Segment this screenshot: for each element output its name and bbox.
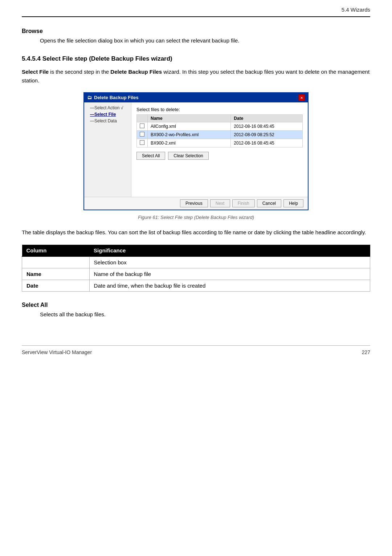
figure-caption: Figure 61: Select File step (Delete Back… [22, 215, 370, 220]
col-table-col-1 [22, 256, 90, 268]
finish-button[interactable]: Finish [232, 199, 255, 207]
col-table-row: Selection box [22, 256, 370, 268]
clear-selection-button[interactable]: Clear Selection [168, 152, 208, 160]
section-intro: Select File is the second step in the De… [22, 68, 370, 85]
files-table: Name Date AllConfig.xml 2012-08-16 08:45… [136, 114, 303, 147]
file-checkbox-3[interactable] [140, 140, 144, 145]
table-row: BX900-2-wo-Profiles.xml 2012-08-09 08:25… [137, 130, 303, 139]
delete-backup-dialog: 🗂 Delete Backup Files × —Select Action √… [83, 92, 309, 210]
dialog-main: Select files to delete: Name Date [131, 102, 308, 197]
dialog-sidebar: —Select Action √ —Select File —Select Da… [84, 102, 131, 197]
row-checkbox[interactable] [137, 139, 148, 147]
footer-left: ServerView Virtual-IO Manager [22, 349, 92, 355]
file-date-1: 2012-08-16 08:45:45 [231, 122, 303, 130]
dialog-footer: Previous Next Finish Cancel Help [84, 197, 308, 210]
previous-button[interactable]: Previous [180, 199, 208, 207]
file-date-2: 2012-08-09 08:25:52 [231, 130, 303, 139]
dialog-body: —Select Action √ —Select File —Select Da… [84, 102, 308, 197]
col-table-sig-2: Name of the backup file [89, 268, 370, 280]
col-table-col-2: Name [22, 268, 90, 280]
browse-title: Browse [22, 28, 370, 35]
table-row: AllConfig.xml 2012-08-16 08:45:45 [137, 122, 303, 130]
dialog-title-left: 🗂 Delete Backup Files [87, 95, 139, 100]
col-header-checkbox [137, 114, 148, 122]
col-table-row: Date Date and time, when the backup file… [22, 280, 370, 291]
next-button[interactable]: Next [210, 199, 230, 207]
file-name-3: BX900-2.xml [148, 139, 231, 147]
sidebar-item-select-file[interactable]: —Select File [86, 112, 129, 117]
browse-desc: Opens the file selection dialog box in w… [22, 37, 370, 45]
file-checkbox-1[interactable] [140, 123, 144, 128]
content-area: Browse Opens the file selection dialog b… [0, 17, 392, 337]
select-all-title: Select All [22, 302, 370, 308]
col-table-row: Name Name of the backup file [22, 268, 370, 280]
browse-section: Browse Opens the file selection dialog b… [22, 28, 370, 45]
file-name-2: BX900-2-wo-Profiles.xml [148, 130, 231, 139]
action-row: Select All Clear Selection [136, 152, 303, 160]
col-table-header-significance: Significance [89, 245, 370, 256]
col-table-header-column: Column [22, 245, 90, 256]
help-button[interactable]: Help [283, 199, 303, 207]
col-table-col-3: Date [22, 280, 90, 291]
column-table: Column Significance Selection box Name N… [22, 245, 370, 292]
select-all-button[interactable]: Select All [136, 152, 165, 160]
section-number: 5.4 Wizards [342, 7, 370, 13]
cancel-button[interactable]: Cancel [257, 199, 281, 207]
col-header-date[interactable]: Date [231, 114, 303, 122]
row-checkbox[interactable] [137, 122, 148, 130]
file-date-3: 2012-08-16 08:45:45 [231, 139, 303, 147]
files-label: Select files to delete: [136, 107, 303, 112]
dialog-titlebar: 🗂 Delete Backup Files × [84, 93, 308, 102]
page-footer: ServerView Virtual-IO Manager 227 [0, 346, 392, 359]
file-name-1: AllConfig.xml [148, 122, 231, 130]
sidebar-item-select-action: —Select Action √ [86, 105, 129, 110]
footer-page-number: 227 [362, 349, 370, 355]
dialog-icon: 🗂 [87, 95, 92, 100]
dialog-close-button[interactable]: × [298, 94, 305, 101]
table-row: BX900-2.xml 2012-08-16 08:45:45 [137, 139, 303, 147]
col-header-name[interactable]: Name [148, 114, 231, 122]
sidebar-item-select-data: —Select Data [86, 118, 129, 123]
section-heading: 5.4.5.4 Select File step (Delete Backup … [22, 55, 370, 62]
select-all-desc: Selects all the backup files. [22, 311, 370, 319]
select-all-section: Select All Selects all the backup files. [22, 302, 370, 319]
col-table-sig-3: Date and time, when the backup file is c… [89, 280, 370, 291]
description-para: The table displays the backup files. You… [22, 228, 370, 237]
file-checkbox-2[interactable] [140, 132, 144, 137]
row-checkbox[interactable] [137, 130, 148, 139]
dialog-title-text: Delete Backup Files [94, 95, 139, 100]
page-container: 5.4 Wizards Browse Opens the file select… [0, 0, 392, 556]
page-header: 5.4 Wizards [0, 0, 392, 16]
col-table-sig-1: Selection box [89, 256, 370, 268]
